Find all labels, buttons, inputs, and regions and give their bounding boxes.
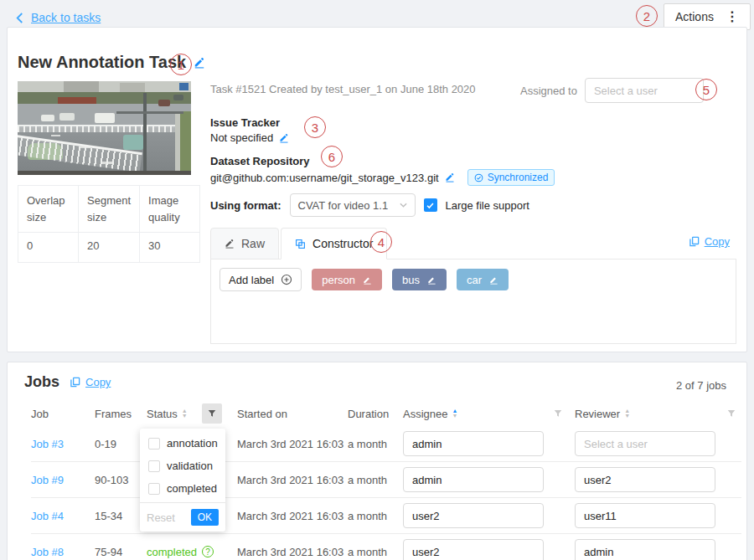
job-duration: a month [348,438,403,450]
preview-car [59,113,75,121]
preview-pole [143,93,147,175]
large-file-checkbox[interactable] [424,198,437,212]
preview-van [95,113,115,123]
question-circle-icon[interactable]: ? [202,546,214,557]
filter-option-annotation[interactable]: annotation [140,432,225,455]
preview-bottom-edge [18,171,191,175]
using-format-label: Using format: [210,199,281,212]
assigned-to-input[interactable] [585,78,704,103]
job-link[interactable]: Job #3 [31,438,95,450]
job-frames: 75-94 [95,546,147,558]
reviewer-input[interactable] [575,467,715,492]
filter-reset-button[interactable]: Reset [147,511,175,524]
filter-option-completed[interactable]: completed [140,477,225,500]
preview-car [41,115,54,121]
format-select-value: CVAT for video 1.1 [298,199,389,212]
job-link[interactable]: Job #4 [31,510,95,522]
assignee-filter-button[interactable] [553,408,563,419]
edit-task-name-icon[interactable] [194,57,205,69]
assignee-input[interactable] [403,503,544,528]
tab-raw[interactable]: Raw [210,228,279,259]
label-chip-car[interactable]: car [457,269,509,290]
label-chip-person[interactable]: person [312,269,382,290]
status-sorter[interactable]: ▲▼ [182,408,188,419]
raw-pencil-icon [225,239,235,249]
copy-icon [689,236,700,247]
param-value-segment: 20 [79,233,140,263]
preview-van-teal [123,135,143,150]
label-chip-bus[interactable]: bus [392,269,447,290]
jobs-card: Jobs Copy 2 of 7 jobs Job Frames Status … [7,362,747,560]
reviewer-sorter[interactable]: ▲▼ [624,408,630,419]
assignee-sorter[interactable]: ▲▼ [452,408,457,419]
task-meta: Task #1521 Created by test_user_1 on Jun… [210,83,476,95]
job-row: Job #9 90-103 March 3rd 2021 16:03 a mon… [31,462,741,498]
back-to-tasks-link[interactable]: Back to tasks [15,11,101,24]
preview-sidewalk [175,111,180,175]
sync-status-badge: Synchronized [467,169,555,186]
edit-label-icon[interactable] [427,275,436,285]
assignee-input[interactable] [403,539,544,560]
task-params-table: Overlap size Segment size Image quality … [18,185,200,263]
preview-lane-marking [51,135,60,136]
checkbox[interactable] [148,460,160,472]
annotation-marker-6: 6 [321,146,343,167]
issue-tracker-value: Not specified [210,131,273,144]
preview-median-fence [18,125,191,132]
copy-icon [70,377,80,388]
preview-pole-arm [116,111,183,114]
preview-car [158,100,170,106]
job-started: March 3rd 2021 16:03 [237,474,348,486]
preview-building [120,83,145,92]
status-filter-button[interactable] [202,403,222,424]
actions-label: Actions [675,10,714,23]
job-link[interactable]: Job #9 [31,474,95,486]
block-icon [295,239,306,249]
reviewer-input[interactable] [575,539,715,560]
col-reviewer: Reviewer [575,408,620,420]
assignee-input[interactable] [403,467,544,492]
large-file-label: Large file support [446,199,529,212]
col-frames: Frames [95,408,147,420]
copy-labels-link[interactable]: Copy [689,235,730,248]
checkbox[interactable] [148,483,160,495]
copy-jobs-link[interactable]: Copy [70,376,111,388]
chevron-down-icon [400,203,407,208]
add-label-button[interactable]: Add label [219,268,302,291]
col-status: Status [147,408,178,420]
chevron-left-icon [15,13,24,23]
job-duration: a month [348,510,403,522]
filter-option-validation[interactable]: validation [140,455,225,477]
edit-label-icon[interactable] [363,275,372,285]
edit-repository-icon[interactable] [445,172,455,182]
check-circle-icon [474,173,483,182]
plus-circle-icon [281,274,292,285]
dataset-repository-url: git@github.com:username/git_storage_v123… [210,172,439,184]
reviewer-input[interactable] [575,431,715,456]
reviewer-filter-button[interactable] [726,408,736,419]
annotation-marker-3: 3 [304,116,326,138]
cvat-task-page: Back to tasks Actions ⋮ New Annotation T… [0,0,754,560]
format-select[interactable]: CVAT for video 1.1 [290,193,416,217]
edit-label-icon[interactable] [489,275,498,285]
checkbox[interactable] [148,438,160,450]
job-status: completed [147,546,197,558]
job-duration: a month [348,546,403,558]
assigned-to-label: Assigned to [520,85,577,97]
dataset-repository-label: Dataset Repository [210,155,309,167]
job-frames: 0-19 [95,438,147,450]
col-started: Started on [237,408,348,420]
annotation-marker-1: 1 [170,54,192,75]
param-header-quality: Image quality [140,186,200,233]
filter-ok-button[interactable]: OK [191,509,219,526]
jobs-title: Jobs [24,373,59,391]
job-link[interactable]: Job #8 [31,546,95,558]
task-preview-image [18,81,191,175]
annotation-marker-5: 5 [695,79,717,100]
job-row: Job #8 75-94 completed ? March 3rd 2021 … [31,534,741,560]
reviewer-input[interactable] [575,503,715,528]
job-frames: 15-34 [95,510,147,522]
assignee-input[interactable] [403,431,544,456]
edit-issue-tracker-icon[interactable] [279,133,289,143]
jobs-count: 2 of 7 jobs [676,379,726,392]
